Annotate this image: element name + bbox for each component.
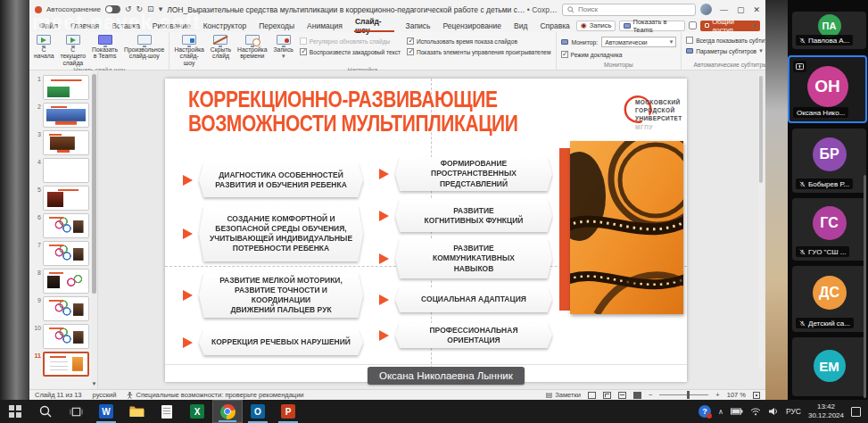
zoom-slider[interactable] [659, 394, 708, 395]
hide-slide-button[interactable]: Скрыть слайд [211, 34, 231, 60]
present-in-teams-button[interactable]: Показать в Teams [92, 34, 118, 60]
taskbar-file-explorer[interactable] [121, 400, 152, 423]
zoom-in-button[interactable]: + [715, 391, 719, 399]
tab-record[interactable]: Запись [400, 19, 437, 32]
tab-transitions[interactable]: Переходы [252, 19, 301, 32]
presenter-view-checkbox[interactable]: Режим докладчика [561, 51, 677, 58]
taskbar-outlook[interactable]: O [243, 400, 273, 423]
taskbar-search-button[interactable] [30, 400, 61, 423]
fit-slide-icon[interactable] [753, 392, 760, 399]
action-center-icon[interactable] [851, 407, 861, 417]
keyboard-language[interactable]: РУС [786, 407, 801, 416]
tray-expand-icon[interactable]: ∧ [718, 408, 723, 416]
slide-item-spatial-representations[interactable]: ФОРМИРОВАНИЕ ПРОСТРАНСТВЕННЫХ ПРЕДСТАВЛЕ… [395, 157, 552, 191]
tab-help[interactable]: Справка [533, 19, 575, 32]
maximize-button[interactable]: ▢ [737, 5, 745, 14]
slide-title[interactable]: КОРРЕКЦИОННО-РАЗВИВАЮЩИЕ ВОЗМОЖНОСТИ МУЛ… [188, 87, 517, 135]
slide-sorter-view-icon[interactable] [603, 392, 611, 399]
rehearse-timings-button[interactable]: Настройка времени [237, 34, 267, 60]
battery-icon[interactable] [731, 408, 743, 415]
close-button[interactable]: ✕ [753, 5, 760, 14]
setup-slideshow-button[interactable]: Настройка слайд-шоу [174, 34, 203, 66]
redo-icon[interactable]: ↻ [136, 5, 144, 13]
slide-item-diagnostics[interactable]: ДИАГНОСТИКА ОСОБЕННОСТЕЙ РАЗВИТИЯ И ОБУЧ… [199, 163, 363, 197]
tab-design[interactable]: Конструктор [197, 19, 252, 32]
wifi-icon[interactable] [750, 408, 761, 416]
workspace-scrollbar[interactable] [758, 74, 764, 369]
taskbar-powerpoint[interactable]: P [273, 400, 303, 423]
save-status[interactable]: • Сохранено в этот компьютер [527, 5, 558, 14]
always-show-subtitles-checkbox[interactable]: Всегда показывать субтитры [686, 37, 774, 44]
participant-tile-em[interactable]: ЕМ [792, 337, 866, 396]
slide-thumbnail-2[interactable]: 2 [29, 103, 97, 128]
account-avatar[interactable] [700, 4, 712, 15]
taskbar-excel[interactable]: X [182, 400, 212, 423]
slide-thumbnail-5[interactable]: 5 [29, 186, 97, 211]
slide-item-speech-correction[interactable]: КОРРЕКЦИЯ РЕЧЕВЫХ НАРУШЕНИЙ [199, 330, 363, 355]
tab-insert[interactable]: Вставка [105, 19, 146, 32]
participant-tile-guo[interactable]: ГС ГУО "СШ ... [792, 198, 866, 261]
present-icon[interactable]: ⊡ [147, 5, 154, 13]
record-button[interactable]: ◉ Запись [576, 21, 616, 31]
tab-animations[interactable]: Анимация [301, 19, 349, 32]
accessibility-status[interactable]: Специальные возможности: проверьте реком… [127, 391, 303, 399]
language-indicator[interactable]: русский [93, 391, 117, 399]
participant-tile-pavlova[interactable]: ПА Павлова А... [792, 12, 866, 49]
thumbnail-scrollbar[interactable]: ▼ [91, 70, 97, 389]
taskbar-word[interactable]: W [91, 400, 121, 423]
participant-tile-oksana-active[interactable]: ОН Оксана Нико... [788, 55, 867, 123]
tab-view[interactable]: Вид [508, 19, 533, 32]
slide-item-cognitive-functions[interactable]: РАЗВИТИЕ КОГНИТИВНЫХ ФУНКЦИЙ [395, 200, 552, 232]
from-current-slide-button[interactable]: С текущего слайда [60, 34, 86, 66]
zoom-slider-knob[interactable] [687, 391, 690, 399]
show-in-teams-button[interactable]: Показать в Teams [619, 21, 684, 31]
record-slideshow-button[interactable]: Запись▾ [274, 34, 293, 60]
keep-slides-updated-checkbox[interactable]: Регулярно обновлять слайды [300, 37, 401, 45]
subtitle-settings-button[interactable]: Параметры субтитров▾ [686, 47, 774, 54]
from-beginning-button[interactable]: С начала [34, 34, 54, 60]
clock[interactable]: 13:42 30.12.2024 [808, 402, 844, 419]
search-input[interactable]: Поиск [562, 4, 696, 16]
slide-thumbnail-11-selected[interactable]: 11 [29, 352, 97, 377]
slide-item-fine-motor-skills[interactable]: РАЗВИТИЕ МЕЛКОЙ МОТОРИКИ, РАЗВИТИЕ ТОЧНО… [199, 273, 363, 318]
slideshow-view-icon[interactable] [633, 392, 641, 399]
use-timings-checkbox[interactable]: Использовать время показа слайдов [407, 37, 551, 45]
slide-item-professional-orientation[interactable]: ПРОФЕССИОНАЛЬНАЯ ОРИЕНТАЦИЯ [395, 323, 552, 348]
zoom-out-button[interactable]: − [649, 391, 652, 399]
start-button[interactable] [0, 400, 30, 423]
tab-draw[interactable]: Рисование [146, 19, 197, 32]
film-strip-image[interactable] [570, 141, 683, 314]
slide-thumbnail-10[interactable]: 10 [29, 324, 97, 349]
tab-file[interactable]: Файл [33, 19, 64, 32]
slide-item-communication-skills[interactable]: РАЗВИТИЕ КОММУНИКАТИВНЫХ НАВЫКОВ [395, 239, 552, 278]
share-button[interactable]: Общий доступ ▾ [700, 21, 760, 31]
reading-view-icon[interactable] [618, 392, 626, 399]
normal-view-icon[interactable] [588, 392, 596, 399]
notes-toggle[interactable]: ▤Заметки [546, 391, 581, 399]
autosave-toggle[interactable] [105, 5, 120, 13]
slide-canvas[interactable]: КОРРЕКЦИОННО-РАЗВИВАЮЩИЕ ВОЗМОЖНОСТИ МУЛ… [165, 79, 687, 382]
slide-thumbnail-8[interactable]: 8 [29, 269, 97, 294]
play-narrations-checkbox[interactable]: Воспроизвести закадровый текст [300, 48, 401, 55]
monitor-dropdown[interactable]: Автоматически▾ [601, 37, 676, 47]
tab-home[interactable]: Главная [64, 19, 105, 32]
slide-item-comfortable-environment[interactable]: СОЗДАНИЕ КОМФОРТНОЙ И БЕЗОПАСНОЙ СРЕДЫ О… [199, 206, 363, 261]
slide-thumbnail-7[interactable]: 7 [29, 241, 97, 266]
taskbar-chrome-active[interactable] [212, 400, 243, 423]
task-view-button[interactable] [61, 400, 91, 423]
participant-tile-bobyrev[interactable]: БР Бобырев Р... [792, 129, 866, 193]
slide-thumbnail-3[interactable]: 3 [29, 130, 97, 155]
slide-thumbnail-9[interactable]: 9 [29, 296, 97, 321]
participants-scrollbar[interactable] [864, 175, 866, 398]
comments-icon[interactable] [689, 21, 697, 29]
zoom-level[interactable]: 107 % [727, 391, 746, 399]
slide-item-social-adaptation[interactable]: СОЦИАЛЬНАЯ АДАПТАЦИЯ [395, 287, 552, 312]
speaker-icon[interactable] [768, 407, 779, 416]
slide-thumbnail-4[interactable]: 4 [29, 158, 97, 183]
show-media-controls-checkbox[interactable]: Показать элементы управления проигрывате… [407, 48, 551, 55]
help-tray-icon[interactable]: ? [699, 405, 711, 418]
participant-tile-detsky-sad[interactable]: ДС Детский са... [792, 266, 866, 332]
slide-thumbnail-1[interactable]: 1 [29, 75, 97, 100]
slide-thumbnail-6[interactable]: 6 [29, 213, 97, 238]
minimize-button[interactable]: — [720, 5, 728, 14]
